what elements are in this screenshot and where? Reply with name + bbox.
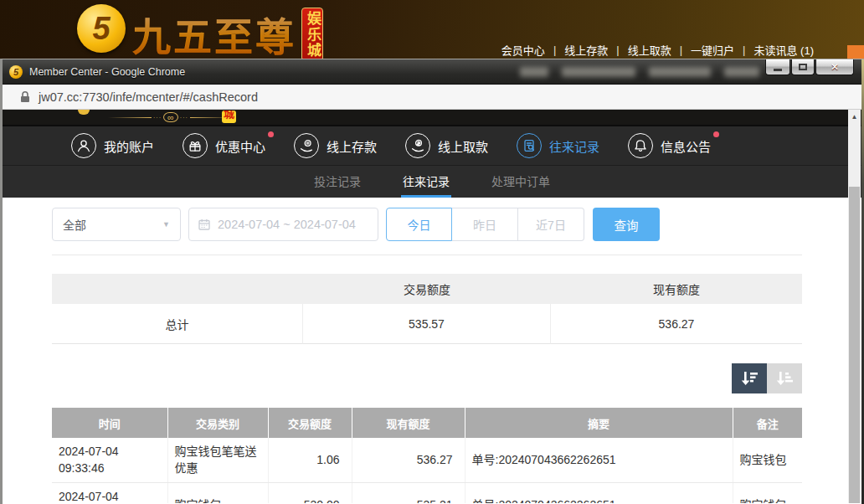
nav-item-my-account[interactable]: 我的账户: [71, 133, 154, 158]
top-link-withdraw[interactable]: 线上取款: [628, 42, 671, 58]
notification-dot: [268, 131, 274, 137]
records-header-row: 时间 交易类别 交易额度 现有额度 摘要 备注: [52, 408, 802, 438]
cell-amount: 1.06: [268, 438, 352, 482]
member-nav: 我的账户 优惠中心 线上存款: [3, 125, 861, 165]
summary-header-balance: 现有额度: [551, 274, 802, 304]
calendar-icon: [198, 218, 211, 231]
close-button[interactable]: ✕: [815, 59, 854, 75]
cell-summary: 单号:202407043662262651: [465, 482, 733, 503]
quick-date-group: 今日 昨日 近7日: [386, 208, 584, 241]
nav-item-deposit[interactable]: 线上存款: [294, 133, 377, 158]
nav-label: 我的账户: [104, 137, 154, 155]
nav-label: 优惠中心: [215, 137, 265, 155]
summary-current-amount: 536.27: [551, 304, 802, 344]
col-header-balance: 现有额度: [352, 408, 465, 438]
page-viewport: ··· ∞ ··· 城 我的账户: [3, 110, 861, 503]
site-logo: 5 九五至尊 娱乐城: [77, 4, 323, 61]
url-text: jw07.cc:7730/infe/mcenter/#/cashRecord: [39, 90, 258, 104]
tab-bet-records[interactable]: 投注记录: [312, 166, 363, 198]
cell-balance: 536.27: [352, 438, 465, 482]
search-button[interactable]: 查询: [593, 208, 660, 241]
top-link-deposit[interactable]: 线上存款: [564, 42, 608, 58]
tab-processing-orders[interactable]: 处理中订单: [490, 166, 552, 198]
nav-separator: |: [743, 44, 745, 56]
sort-ascending-button[interactable]: [767, 363, 802, 393]
nav-separator: |: [616, 44, 619, 56]
user-icon: [71, 133, 96, 158]
cell-time: 2024-07-04 09:33:46: [52, 438, 167, 482]
nav-label: 往来记录: [549, 137, 599, 155]
address-bar[interactable]: jw07.cc:7730/infe/mcenter/#/cashRecord: [3, 85, 864, 110]
nav-separator: |: [553, 44, 556, 56]
close-icon: ✕: [831, 61, 839, 73]
vertical-scrollbar[interactable]: ▲: [848, 110, 861, 503]
summary-total-label: 总计: [52, 304, 303, 344]
tab-cash-records[interactable]: 往来记录: [401, 166, 451, 198]
summary-header-empty: [52, 274, 303, 304]
col-header-type: 交易类别: [167, 408, 268, 438]
sort-controls: [52, 363, 802, 393]
gift-icon: [183, 133, 208, 158]
screen: 5 九五至尊 娱乐城 会员中心 | 线上存款 | 线上取款 | 一键归户 | 未…: [0, 0, 864, 504]
last7days-button[interactable]: 近7日: [518, 208, 584, 241]
sort-ascending-icon: [774, 369, 795, 388]
nav-label: 线上取款: [438, 137, 488, 155]
summary-header-trade: 交易额度: [303, 274, 551, 304]
nav-label: 线上存款: [327, 137, 377, 155]
bell-icon: [628, 133, 653, 158]
nav-item-announcements[interactable]: 信息公告: [628, 133, 711, 158]
mini-badge: 城: [222, 111, 236, 123]
site-top-nav: 会员中心 | 线上存款 | 线上取款 | 一键归户 | 未读讯息 (1): [501, 42, 814, 58]
maximize-button[interactable]: [791, 59, 815, 75]
cell-type: 购宝钱包: [167, 482, 268, 503]
sort-descending-button[interactable]: [732, 363, 767, 393]
favicon-icon: 5: [9, 65, 23, 79]
table-row: 2024-07-04 09:33:46 购宝钱包 530.00 535.21 单…: [52, 482, 802, 503]
summary-header-row: 交易额度 现有额度: [52, 274, 802, 304]
content-area: 全部 ▼ 2024-07-04 ~ 2024-07-04 今日 昨日: [3, 208, 861, 503]
notification-dot: [713, 131, 719, 137]
today-button[interactable]: 今日: [386, 208, 452, 241]
yesterday-button[interactable]: 昨日: [452, 208, 518, 241]
nav-separator: |: [680, 44, 682, 56]
summary-total-row: 总计 535.57 536.27: [52, 304, 802, 344]
scroll-up-arrow-icon[interactable]: ▲: [848, 110, 861, 123]
record-document-icon: [517, 133, 542, 158]
nav-label: 信息公告: [661, 137, 711, 155]
date-range-input[interactable]: 2024-07-04 ~ 2024-07-04: [188, 208, 378, 241]
background-orange-element: [847, 45, 864, 59]
lock-icon: [19, 90, 31, 104]
nav-item-promotions[interactable]: 优惠中心: [183, 133, 265, 158]
top-link-member-center[interactable]: 会员中心: [501, 42, 545, 58]
table-row: 2024-07-04 09:33:46 购宝钱包笔笔送优惠 1.06 536.2…: [52, 438, 802, 482]
filter-row: 全部 ▼ 2024-07-04 ~ 2024-07-04 今日 昨日: [52, 208, 861, 241]
logo-title: 九五至尊: [132, 6, 296, 61]
summary-trade-amount: 535.57: [303, 304, 551, 344]
cell-amount: 530.00: [268, 482, 352, 503]
section-divider: [52, 255, 802, 255]
logo-badge: 娱乐城: [301, 8, 323, 61]
chrome-window: 5 Member Center - Google Chrome ✕: [0, 59, 864, 504]
window-titlebar[interactable]: 5 Member Center - Google Chrome ✕: [3, 59, 864, 85]
col-header-note: 备注: [733, 408, 802, 438]
cell-note: 购宝钱包: [733, 438, 802, 482]
cell-note: 购宝钱包: [733, 482, 802, 503]
logo-circle-icon: 5: [77, 4, 126, 53]
cell-time: 2024-07-04 09:33:46: [52, 482, 167, 503]
col-header-amount: 交易额度: [268, 408, 352, 438]
type-select-value: 全部: [63, 216, 86, 233]
nav-item-withdraw[interactable]: 线上取款: [405, 133, 488, 158]
type-select[interactable]: 全部 ▼: [52, 208, 181, 241]
maximize-icon: [799, 64, 807, 70]
top-link-one-key[interactable]: 一键归户: [691, 42, 734, 58]
blurred-user-info: [520, 67, 759, 77]
page-header-remnant: ··· ∞ ··· 城: [3, 110, 861, 125]
scrollbar-thumb[interactable]: [849, 187, 860, 503]
window-title: Member Center - Google Chrome: [29, 66, 185, 78]
top-link-unread-messages[interactable]: 未读讯息 (1): [753, 42, 814, 58]
cell-type: 购宝钱包笔笔送优惠: [167, 438, 268, 482]
nav-item-cash-record[interactable]: 往来记录: [517, 133, 599, 158]
records-table: 时间 交易类别 交易额度 现有额度 摘要 备注 2024-07-04 09:33…: [52, 408, 802, 503]
cell-summary: 单号:202407043662262651: [465, 438, 733, 482]
minimize-button[interactable]: [765, 59, 790, 75]
